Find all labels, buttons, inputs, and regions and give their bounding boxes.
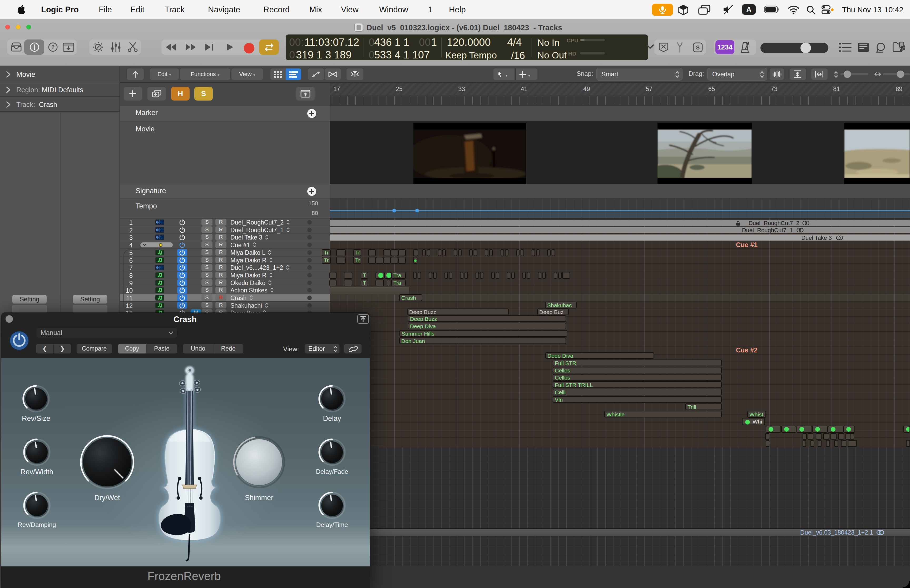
svg-text:?: ?	[51, 44, 55, 50]
svg-text:S: S	[696, 44, 700, 51]
